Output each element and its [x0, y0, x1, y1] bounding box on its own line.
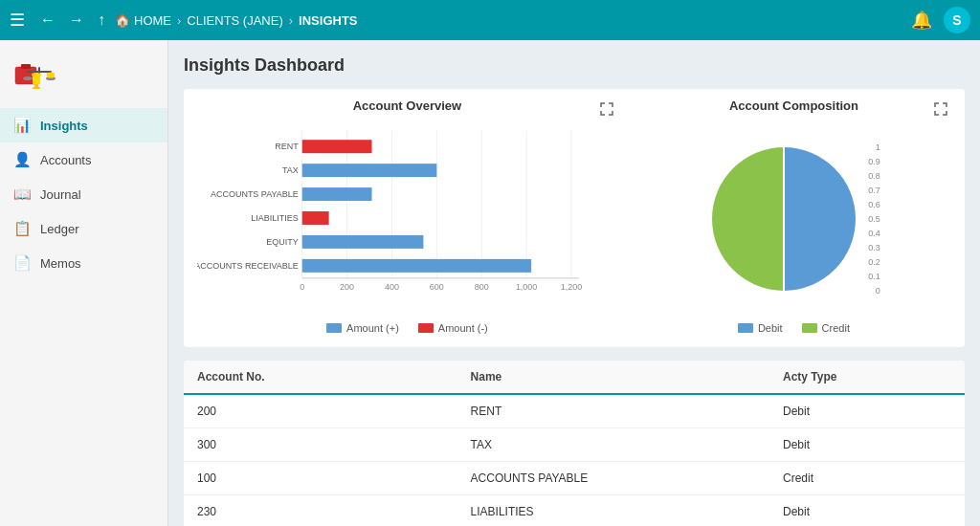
cell-name: RENT — [457, 394, 769, 428]
legend-negative: Amount (-) — [418, 322, 488, 334]
pie-chart-scale: 1 0.9 0.8 0.7 0.6 0.5 0.4 0.3 0.2 0.1 0 — [868, 142, 880, 296]
legend-credit-color — [802, 323, 817, 333]
svg-text:600: 600 — [430, 282, 444, 292]
navbar-right: 🔔 S — [911, 7, 970, 33]
avatar[interactable]: S — [944, 7, 970, 33]
cell-name: TAX — [457, 428, 769, 462]
sidebar-label-insights: Insights — [40, 119, 88, 133]
svg-rect-11 — [34, 84, 38, 87]
pie-chart-title: Account Composition — [636, 99, 951, 113]
breadcrumb-arrow-1: › — [177, 13, 181, 28]
svg-text:EQUITY: EQUITY — [266, 237, 298, 247]
breadcrumb-clients[interactable]: CLIENTS (JANE) — [187, 13, 282, 28]
column-header-acno: Account No. — [184, 361, 457, 394]
svg-rect-27 — [302, 140, 372, 153]
svg-text:0: 0 — [300, 282, 304, 292]
sidebar-item-journal[interactable]: 📖Journal — [0, 177, 167, 211]
sidebar-label-memos: Memos — [40, 256, 81, 271]
sidebar-logo — [0, 46, 167, 108]
cell-type: Debit — [769, 394, 965, 428]
svg-rect-31 — [302, 235, 424, 249]
legend-negative-label: Amount (-) — [438, 322, 488, 334]
table-row[interactable]: 200 RENT Debit — [184, 394, 965, 428]
svg-rect-32 — [302, 259, 531, 273]
forward-button[interactable]: → — [65, 10, 88, 31]
svg-text:RENT: RENT — [275, 142, 299, 151]
svg-text:ACCOUNTS RECEIVABLE: ACCOUNTS RECEIVABLE — [197, 261, 299, 271]
svg-rect-1 — [21, 64, 31, 69]
legend-positive-color — [326, 323, 342, 333]
svg-rect-29 — [302, 187, 372, 201]
svg-text:400: 400 — [385, 282, 399, 292]
sidebar-item-ledger[interactable]: 📋Ledger — [0, 211, 167, 246]
home-icon: 🏠 — [115, 13, 130, 28]
bar-chart-legend: Amount (+) Amount (-) — [197, 322, 617, 334]
svg-text:800: 800 — [475, 282, 489, 292]
svg-text:1,200: 1,200 — [561, 282, 582, 292]
bar-chart-panel: Account Overview RENT — [197, 99, 617, 334]
breadcrumb-current: INSIGHTS — [299, 13, 357, 28]
charts-container: Account Overview RENT — [197, 99, 951, 334]
svg-text:1,000: 1,000 — [516, 282, 537, 292]
legend-credit: Credit — [802, 322, 850, 334]
svg-rect-12 — [33, 87, 40, 89]
table-row[interactable]: 100 ACCOUNTS PAYABLE Credit — [184, 462, 965, 495]
cell-acno: 200 — [184, 394, 457, 428]
insights-icon: 📊 — [13, 117, 31, 134]
legend-positive-label: Amount (+) — [346, 322, 399, 334]
column-header-name: Name — [457, 361, 769, 394]
pie-chart-panel: Account Composition — [636, 99, 951, 334]
bar-chart-expand-button[interactable] — [596, 99, 617, 122]
pie-chart-svg — [707, 142, 860, 296]
sidebar-nav: 📊Insights👤Accounts📖Journal📋Ledger📄Memos — [0, 108, 167, 280]
legend-debit-label: Debit — [758, 322, 783, 334]
accounts-icon: 👤 — [13, 151, 31, 168]
sidebar-label-ledger: Ledger — [40, 222, 78, 236]
menu-icon[interactable]: ☰ — [10, 10, 25, 31]
svg-rect-30 — [302, 211, 329, 225]
back-button[interactable]: ← — [36, 10, 59, 31]
breadcrumb-home-label[interactable]: HOME — [134, 13, 171, 28]
sidebar-item-accounts[interactable]: 👤Accounts — [0, 142, 167, 177]
svg-point-4 — [23, 77, 33, 80]
pie-chart-legend: Debit Credit — [636, 322, 951, 334]
svg-text:TAX: TAX — [282, 165, 299, 175]
bar-chart-svg: RENT TAX ACCOUNTS PAYABLE LIABILITIES EQ… — [197, 121, 617, 312]
table-body: 200 RENT Debit 300 TAX Debit 100 ACCOUNT… — [184, 394, 965, 526]
notification-bell-icon[interactable]: 🔔 — [911, 10, 932, 31]
legend-debit: Debit — [738, 322, 783, 334]
table-header: Account No. Name Acty Type — [184, 361, 965, 394]
charts-section: Account Overview RENT — [184, 89, 965, 347]
svg-text:200: 200 — [340, 282, 354, 292]
cell-acno: 300 — [184, 428, 457, 462]
journal-icon: 📖 — [13, 186, 31, 203]
svg-point-8 — [47, 73, 55, 76]
table-row[interactable]: 230 LIABILITIES Debit — [184, 495, 965, 527]
sidebar: 📊Insights👤Accounts📖Journal📋Ledger📄Memos — [0, 40, 168, 526]
app-layout: 📊Insights👤Accounts📖Journal📋Ledger📄Memos … — [0, 40, 980, 526]
legend-negative-color — [418, 323, 434, 333]
cell-type: Debit — [769, 428, 965, 462]
legend-credit-label: Credit — [822, 322, 850, 334]
svg-text:LIABILITIES: LIABILITIES — [251, 213, 298, 223]
sidebar-label-accounts: Accounts — [40, 153, 91, 167]
cell-type: Credit — [769, 462, 965, 495]
logo-icon — [13, 57, 63, 96]
ledger-icon: 📋 — [13, 220, 31, 237]
cell-name: ACCOUNTS PAYABLE — [457, 462, 769, 495]
cell-acno: 230 — [184, 495, 457, 527]
pie-chart-expand-button[interactable] — [930, 99, 951, 122]
bar-chart-title: Account Overview — [197, 99, 617, 113]
breadcrumb-home[interactable]: 🏠 HOME — [115, 13, 171, 28]
up-button[interactable]: ↑ — [94, 10, 109, 31]
table-section: Account No. Name Acty Type 200 RENT Debi… — [184, 361, 965, 526]
legend-positive: Amount (+) — [326, 322, 399, 334]
svg-text:ACCOUNTS PAYABLE: ACCOUNTS PAYABLE — [211, 189, 299, 199]
cell-acno: 100 — [184, 462, 457, 495]
sidebar-item-memos[interactable]: 📄Memos — [0, 246, 167, 280]
accounts-table: Account No. Name Acty Type 200 RENT Debi… — [184, 361, 965, 526]
cell-name: LIABILITIES — [457, 495, 769, 527]
table-row[interactable]: 300 TAX Debit — [184, 428, 965, 462]
sidebar-label-journal: Journal — [40, 187, 81, 202]
sidebar-item-insights[interactable]: 📊Insights — [0, 108, 167, 142]
